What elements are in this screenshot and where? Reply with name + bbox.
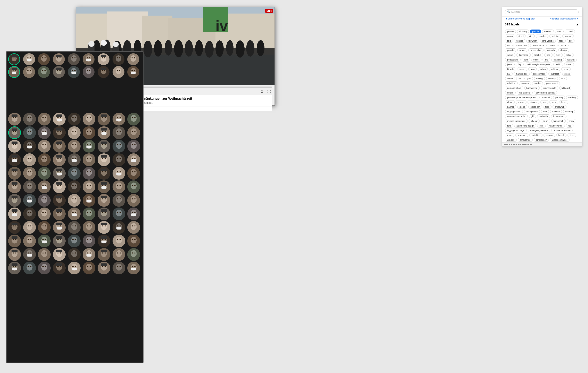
label-tag[interactable]: red <box>566 124 573 128</box>
label-tag[interactable]: Schwarzer Frame <box>551 128 573 132</box>
label-tag[interactable]: busy <box>554 53 563 57</box>
label-tag[interactable]: building <box>549 34 561 38</box>
face-circle[interactable] <box>98 262 110 274</box>
label-tag[interactable]: sky <box>567 39 575 43</box>
label-tag[interactable]: tires <box>543 105 552 109</box>
face-circle[interactable] <box>68 66 80 78</box>
face-circle[interactable] <box>127 153 140 166</box>
face-circle[interactable] <box>8 126 21 139</box>
face-circle[interactable] <box>113 234 125 247</box>
face-circle[interactable] <box>38 208 51 220</box>
label-tag[interactable]: event <box>548 44 557 47</box>
label-tag[interactable]: presentation <box>530 44 546 47</box>
face-circle[interactable] <box>113 194 125 207</box>
label-tag[interactable]: light <box>522 58 530 62</box>
face-circle[interactable] <box>8 66 20 78</box>
label-tag[interactable]: illustration <box>516 53 531 57</box>
label-tag[interactable]: security <box>546 77 558 80</box>
label-tag[interactable]: window <box>505 138 517 142</box>
face-circle[interactable] <box>38 66 50 78</box>
face-circle[interactable] <box>23 66 35 78</box>
face-circle[interactable] <box>8 221 21 234</box>
face-circle[interactable] <box>98 181 110 193</box>
face-circle[interactable] <box>53 181 66 193</box>
label-tag[interactable]: footwear <box>526 39 539 43</box>
label-tag[interactable]: flag <box>516 63 524 66</box>
face-circle[interactable] <box>38 248 51 261</box>
label-tag[interactable]: man <box>555 30 563 33</box>
label-tag[interactable]: banner <box>505 105 516 109</box>
face-circle[interactable] <box>23 53 35 65</box>
label-tag[interactable]: dress <box>562 72 572 76</box>
label-tag[interactable]: sidewalk <box>545 48 557 52</box>
label-tag[interactable]: people <box>530 30 541 33</box>
face-circle[interactable] <box>113 153 125 166</box>
face-circle[interactable] <box>113 208 125 220</box>
label-tag[interactable]: head covering <box>547 124 565 128</box>
face-circle[interactable] <box>38 113 51 126</box>
label-tag[interactable]: walking <box>565 58 577 62</box>
face-circle[interactable] <box>113 167 125 180</box>
face-circle[interactable] <box>38 153 51 166</box>
face-circle[interactable] <box>23 126 36 139</box>
face-circle[interactable] <box>113 53 125 65</box>
settings-button[interactable]: ⚙ <box>259 89 265 94</box>
face-circle[interactable] <box>68 140 81 153</box>
label-tag[interactable]: drum <box>541 119 550 123</box>
face-circle[interactable] <box>8 234 21 247</box>
face-circle[interactable] <box>8 113 21 126</box>
face-circle[interactable] <box>53 53 65 65</box>
face-circle[interactable] <box>98 248 110 261</box>
label-tag[interactable]: room <box>505 133 514 137</box>
face-circle[interactable] <box>38 194 51 207</box>
face-circle[interactable] <box>38 140 51 153</box>
face-circle[interactable] <box>83 221 95 234</box>
face-circle[interactable] <box>38 262 51 274</box>
face-circle[interactable] <box>98 194 110 207</box>
face-circle[interactable] <box>98 167 110 180</box>
face-circle[interactable] <box>8 262 21 274</box>
label-tag[interactable]: luggage and bags <box>505 128 527 132</box>
label-tag[interactable]: wheel <box>517 48 527 52</box>
face-circle[interactable] <box>127 53 139 65</box>
label-tag[interactable]: soldier <box>532 81 543 85</box>
label-tag[interactable]: vehicle registration plate <box>525 63 552 66</box>
face-circle[interactable] <box>8 53 20 65</box>
label-tag[interactable]: cartoon <box>544 133 555 137</box>
label-tag[interactable]: crosswalk <box>553 105 567 109</box>
label-tag[interactable]: driving <box>534 77 545 80</box>
face-circle[interactable] <box>68 126 81 139</box>
label-tag[interactable]: personal protective equipment <box>505 96 538 99</box>
fullscreen-button[interactable]: ⛶ <box>266 89 272 94</box>
face-circle[interactable] <box>127 248 140 261</box>
label-tag[interactable]: tent <box>559 77 567 80</box>
face-circle[interactable] <box>127 262 140 274</box>
face-circle[interactable] <box>8 181 21 193</box>
label-tag[interactable]: luggage claim <box>505 110 523 113</box>
face-circle[interactable] <box>53 66 65 78</box>
face-circle[interactable] <box>23 234 36 247</box>
face-circle[interactable] <box>98 140 110 153</box>
label-tag[interactable]: umbrella <box>537 114 550 118</box>
face-circle[interactable] <box>68 53 80 65</box>
face-circle[interactable] <box>53 167 66 180</box>
face-circle[interactable] <box>98 221 110 234</box>
label-tag[interactable]: girls <box>525 77 533 80</box>
face-circle[interactable] <box>127 167 140 180</box>
face-circle[interactable] <box>23 248 36 261</box>
label-tag[interactable]: marketplace <box>514 72 530 76</box>
label-tag[interactable]: wearing <box>563 110 575 113</box>
face-circle[interactable] <box>127 221 140 234</box>
face-circle[interactable] <box>83 181 95 193</box>
label-tag[interactable]: demonstration <box>505 86 523 90</box>
label-tag[interactable]: street <box>516 34 526 38</box>
label-tag[interactable]: group <box>505 34 515 38</box>
label-tag[interactable]: mid-size car <box>517 91 533 95</box>
label-tag[interactable]: packing <box>553 96 565 99</box>
face-circle[interactable] <box>8 167 21 180</box>
label-tag[interactable]: full <box>516 77 524 80</box>
label-tag[interactable]: billboard <box>559 86 572 90</box>
face-circle[interactable] <box>8 248 21 261</box>
face-circle[interactable] <box>83 126 95 139</box>
label-tag[interactable]: screenshot <box>528 48 543 52</box>
